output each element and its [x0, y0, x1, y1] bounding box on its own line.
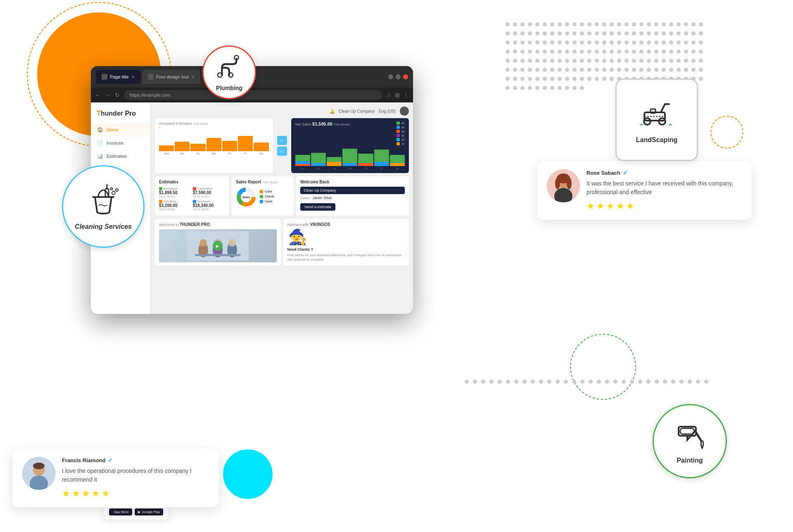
main-content: 🔔 Clean Up Company Eng (US) Accepted Est…: [151, 102, 413, 314]
browser-nav: ← → ↻ https://example.com ☆ ⊞ ⋮: [91, 88, 413, 102]
play-button[interactable]: ▶: [213, 241, 223, 251]
landscaping-label: LandScaping: [636, 136, 677, 144]
company-name: Clean Up Company: [339, 109, 375, 114]
check-dot: [260, 195, 263, 198]
net-sales-title: Net Sales $1,595.00 This Month: [295, 121, 350, 126]
sidebar-item-estimates[interactable]: 📊 Estimates: [91, 150, 150, 163]
tab-favicon-2: [148, 74, 154, 80]
language-selector[interactable]: Eng (US): [379, 109, 396, 114]
review-content-1: Francis Riamond ✓ I love the operational…: [62, 457, 209, 499]
logo-pro: Pro: [123, 110, 136, 117]
invoices-icon: 📄: [97, 140, 103, 146]
app-store-button[interactable]: App Store: [109, 508, 132, 515]
bookmark-icon[interactable]: ☆: [386, 92, 392, 98]
prev-chart-button[interactable]: ‹‹: [277, 136, 287, 145]
google-play-button[interactable]: ▶ Google Play: [135, 508, 164, 515]
invoiced-dot: [193, 200, 196, 203]
cleaning-svg: [85, 183, 122, 220]
welcome-video-thumbnail[interactable]: ▶: [159, 229, 277, 262]
svg-text:Sales: Sales: [242, 196, 250, 199]
forward-button[interactable]: →: [105, 92, 111, 98]
svg-point-37: [555, 178, 560, 189]
welcome-back-title: Welcome Back: [300, 180, 405, 184]
cyan-circle-decoration: [223, 449, 273, 499]
tab-label-2: Free design tool: [156, 74, 189, 79]
card-legend: Card: [260, 190, 274, 193]
owner-label: Owner: [300, 196, 310, 200]
extensions-icon[interactable]: ⊞: [395, 92, 400, 98]
third-row: Welcome to THUNDER PRO: [155, 219, 409, 266]
estimates-section-title: Estimates: [159, 180, 225, 184]
maximize-button[interactable]: [396, 74, 401, 79]
bar-mo: [175, 142, 190, 151]
estimates-icon: 📊: [97, 153, 103, 159]
cash-dot: [260, 200, 263, 203]
star-2: ★: [72, 488, 80, 499]
invoiced-estimate: Invoiced $18,340.00 Show details: [193, 200, 225, 211]
address-bar[interactable]: https://example.com: [124, 90, 382, 100]
star-4: ★: [92, 488, 100, 499]
avatar-female-image: [547, 169, 580, 202]
review-content-2: Rose Sabach ✓ It was the best service I …: [586, 169, 742, 211]
star-2-2: ★: [596, 201, 605, 211]
avatar-male-image: [22, 457, 55, 490]
estimates-row-1: Accepted $1,899.50 Show details Cancelle…: [159, 187, 225, 198]
estimates-row-2: Pending $3,200.00 Show details Invoiced …: [159, 200, 225, 211]
sales-report-subtitle: The Month: [262, 180, 278, 184]
landscaping-icon-card: LandScaping: [615, 78, 698, 161]
dashboard-header: 🔔 Clean Up Company Eng (US): [155, 107, 409, 116]
cancelled-dot: [193, 187, 196, 190]
star-5: ★: [102, 488, 110, 499]
review-text-1: I love the operational procedures of thi…: [62, 467, 209, 484]
accepted-estimates-chart: [159, 131, 269, 151]
net-sales-card: Net Sales $1,595.00 This Month 6K 5K 4K …: [291, 118, 409, 173]
bar-sa: [254, 142, 268, 151]
accepted-dot: [159, 187, 162, 190]
painting-svg: [672, 418, 708, 454]
accepted-sub: Show details: [159, 195, 191, 198]
notification-icon[interactable]: 🔔: [330, 109, 335, 114]
cancelled-value: $7,590.00: [193, 190, 225, 195]
accepted-label: Accepted: [164, 187, 177, 190]
bar-sun: [159, 145, 174, 151]
user-avatar[interactable]: [400, 107, 409, 116]
star-2-4: ★: [616, 201, 624, 211]
accepted-estimates-subtitle: This week: [193, 122, 208, 126]
minimize-button[interactable]: [388, 74, 393, 79]
owner-name: Javier Silva: [313, 196, 332, 200]
sidebar-label-home: Home: [107, 127, 119, 132]
sidebar-label-invoices: Invoices: [107, 140, 123, 145]
charts-row: Accepted Estimates This week 5: [155, 118, 409, 173]
chart-nav-arrows: ‹‹ ››: [275, 118, 289, 173]
tab-page-title[interactable]: Page title ✕: [96, 70, 140, 84]
painting-label: Painting: [677, 457, 703, 464]
review-stars-1: ★ ★ ★ ★ ★: [62, 488, 209, 499]
bar-we: [207, 138, 221, 151]
pending-sub: Show details: [159, 208, 191, 211]
sales-legend: Card Check Cash: [260, 190, 274, 204]
refresh-button[interactable]: ↻: [115, 92, 120, 98]
sidebar-item-home[interactable]: 🏠 Home: [91, 123, 150, 136]
tab-free-design[interactable]: Free design tool ✕: [142, 70, 200, 84]
cancelled-label: Cancelled: [197, 187, 212, 190]
welcome-section: Welcome to THUNDER PRO: [155, 219, 281, 266]
plumbing-label: Plumbing: [216, 85, 242, 91]
tab-close-1[interactable]: ✕: [131, 75, 135, 79]
next-chart-button[interactable]: ››: [277, 147, 287, 156]
svg-rect-12: [195, 254, 240, 256]
address-text: https://example.com: [130, 93, 170, 97]
back-button[interactable]: ←: [95, 92, 101, 98]
svg-point-38: [567, 178, 572, 189]
cleaning-label: Cleaning Services: [75, 223, 132, 230]
bar-tu: [190, 144, 205, 151]
estimates-card: Estimates Accepted $1,899.50 Show detail…: [155, 176, 229, 216]
send-estimate-button[interactable]: Send a estimate: [300, 203, 335, 211]
logo-thunder: T: [97, 110, 101, 117]
welcome-to-text: Welcome to THUNDER PRO: [159, 222, 277, 227]
google-play-label: Google Play: [142, 510, 160, 514]
sidebar-item-invoices[interactable]: 📄 Invoices: [91, 136, 150, 150]
plumbing-svg: [215, 53, 244, 82]
close-button[interactable]: [403, 74, 408, 79]
menu-icon[interactable]: ⋮: [403, 92, 409, 98]
tab-close-2[interactable]: ✕: [191, 75, 195, 79]
